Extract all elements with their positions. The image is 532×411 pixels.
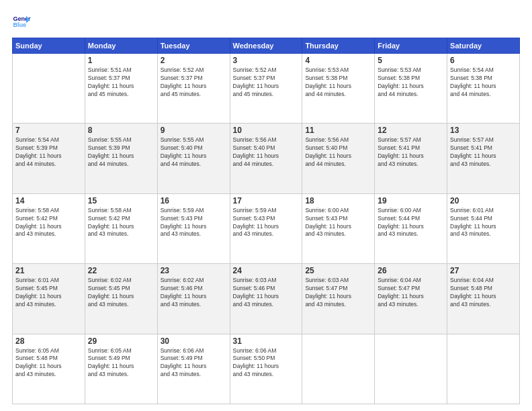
calendar-cell: 27Sunrise: 6:04 AM Sunset: 5:48 PM Dayli…	[447, 264, 520, 334]
calendar-cell: 8Sunrise: 5:55 AM Sunset: 5:39 PM Daylig…	[85, 124, 157, 193]
day-info: Sunrise: 6:05 AM Sunset: 5:48 PM Dayligh…	[15, 347, 82, 379]
calendar-cell: 18Sunrise: 6:00 AM Sunset: 5:43 PM Dayli…	[302, 193, 375, 263]
day-number: 9	[161, 126, 227, 135]
weekday-header-monday: Monday	[85, 38, 157, 54]
week-row-2: 7Sunrise: 5:54 AM Sunset: 5:39 PM Daylig…	[13, 124, 520, 193]
calendar-cell: 28Sunrise: 6:05 AM Sunset: 5:48 PM Dayli…	[13, 334, 85, 404]
calendar-cell: 9Sunrise: 5:55 AM Sunset: 5:40 PM Daylig…	[157, 124, 230, 193]
calendar-cell: 15Sunrise: 5:58 AM Sunset: 5:42 PM Dayli…	[85, 193, 157, 263]
day-info: Sunrise: 5:55 AM Sunset: 5:39 PM Dayligh…	[88, 136, 154, 169]
calendar-cell	[13, 54, 85, 124]
day-info: Sunrise: 6:06 AM Sunset: 5:49 PM Dayligh…	[161, 347, 227, 379]
day-number: 1	[88, 56, 154, 65]
calendar-cell: 13Sunrise: 5:57 AM Sunset: 5:41 PM Dayli…	[447, 124, 520, 193]
calendar-cell: 12Sunrise: 5:57 AM Sunset: 5:41 PM Dayli…	[375, 124, 447, 193]
day-info: Sunrise: 5:54 AM Sunset: 5:39 PM Dayligh…	[15, 136, 82, 169]
calendar-cell: 10Sunrise: 5:56 AM Sunset: 5:40 PM Dayli…	[230, 124, 302, 193]
calendar-cell: 20Sunrise: 6:01 AM Sunset: 5:44 PM Dayli…	[447, 193, 520, 263]
calendar-cell: 22Sunrise: 6:02 AM Sunset: 5:45 PM Dayli…	[85, 264, 157, 334]
weekday-header-tuesday: Tuesday	[157, 38, 230, 54]
weekday-header-thursday: Thursday	[302, 38, 375, 54]
day-info: Sunrise: 5:57 AM Sunset: 5:41 PM Dayligh…	[378, 136, 444, 169]
day-number: 18	[305, 196, 371, 205]
day-number: 23	[161, 266, 227, 275]
header-area: General Blue	[12, 12, 520, 31]
calendar-cell: 7Sunrise: 5:54 AM Sunset: 5:39 PM Daylig…	[13, 124, 85, 193]
day-info: Sunrise: 6:03 AM Sunset: 5:46 PM Dayligh…	[233, 277, 300, 309]
day-number: 3	[233, 56, 300, 65]
weekday-header-saturday: Saturday	[447, 38, 520, 54]
day-info: Sunrise: 6:05 AM Sunset: 5:49 PM Dayligh…	[88, 347, 154, 379]
day-info: Sunrise: 6:00 AM Sunset: 5:43 PM Dayligh…	[305, 207, 371, 239]
day-info: Sunrise: 5:56 AM Sunset: 5:40 PM Dayligh…	[233, 136, 300, 169]
calendar-cell: 29Sunrise: 6:05 AM Sunset: 5:49 PM Dayli…	[85, 334, 157, 404]
day-info: Sunrise: 6:04 AM Sunset: 5:47 PM Dayligh…	[378, 277, 444, 309]
calendar-cell	[375, 334, 447, 404]
day-number: 16	[161, 196, 227, 205]
day-info: Sunrise: 6:06 AM Sunset: 5:50 PM Dayligh…	[233, 347, 300, 379]
day-number: 15	[88, 196, 154, 205]
calendar-cell: 11Sunrise: 5:56 AM Sunset: 5:40 PM Dayli…	[302, 124, 375, 193]
day-number: 5	[378, 56, 444, 65]
logo: General Blue	[12, 12, 31, 31]
day-info: Sunrise: 5:57 AM Sunset: 5:41 PM Dayligh…	[450, 136, 517, 169]
day-number: 12	[378, 126, 444, 135]
weekday-header-sunday: Sunday	[13, 38, 85, 54]
day-number: 11	[305, 126, 371, 135]
day-number: 20	[450, 196, 517, 205]
day-info: Sunrise: 6:00 AM Sunset: 5:44 PM Dayligh…	[378, 207, 444, 239]
day-number: 6	[450, 56, 517, 65]
calendar-header: SundayMondayTuesdayWednesdayThursdayFrid…	[13, 38, 520, 54]
day-number: 27	[450, 266, 517, 275]
calendar-cell: 16Sunrise: 5:59 AM Sunset: 5:43 PM Dayli…	[157, 193, 230, 263]
day-info: Sunrise: 5:51 AM Sunset: 5:37 PM Dayligh…	[88, 66, 154, 99]
day-number: 21	[15, 266, 82, 275]
day-number: 14	[15, 196, 82, 205]
day-number: 13	[450, 126, 517, 135]
calendar-body: 1Sunrise: 5:51 AM Sunset: 5:37 PM Daylig…	[13, 54, 520, 404]
calendar-cell: 17Sunrise: 5:59 AM Sunset: 5:43 PM Dayli…	[230, 193, 302, 263]
day-number: 28	[15, 336, 82, 346]
day-number: 30	[161, 336, 227, 346]
calendar-cell: 4Sunrise: 5:53 AM Sunset: 5:38 PM Daylig…	[302, 54, 375, 124]
calendar-cell: 30Sunrise: 6:06 AM Sunset: 5:49 PM Dayli…	[157, 334, 230, 404]
day-info: Sunrise: 5:54 AM Sunset: 5:38 PM Dayligh…	[450, 66, 517, 99]
weekday-header-friday: Friday	[375, 38, 447, 54]
week-row-4: 21Sunrise: 6:01 AM Sunset: 5:45 PM Dayli…	[13, 264, 520, 334]
day-number: 4	[305, 56, 371, 65]
day-info: Sunrise: 5:58 AM Sunset: 5:42 PM Dayligh…	[88, 207, 154, 239]
calendar-cell: 19Sunrise: 6:00 AM Sunset: 5:44 PM Dayli…	[375, 193, 447, 263]
calendar-cell: 31Sunrise: 6:06 AM Sunset: 5:50 PM Dayli…	[230, 334, 302, 404]
day-number: 10	[233, 126, 300, 135]
calendar-cell: 23Sunrise: 6:02 AM Sunset: 5:46 PM Dayli…	[157, 264, 230, 334]
calendar-cell: 1Sunrise: 5:51 AM Sunset: 5:37 PM Daylig…	[85, 54, 157, 124]
calendar-cell: 26Sunrise: 6:04 AM Sunset: 5:47 PM Dayli…	[375, 264, 447, 334]
calendar-cell: 6Sunrise: 5:54 AM Sunset: 5:38 PM Daylig…	[447, 54, 520, 124]
day-info: Sunrise: 5:53 AM Sunset: 5:38 PM Dayligh…	[305, 66, 371, 99]
day-number: 17	[233, 196, 300, 205]
calendar-cell: 2Sunrise: 5:52 AM Sunset: 5:37 PM Daylig…	[157, 54, 230, 124]
svg-text:Blue: Blue	[13, 21, 26, 28]
calendar-cell: 3Sunrise: 5:52 AM Sunset: 5:37 PM Daylig…	[230, 54, 302, 124]
day-number: 7	[15, 126, 82, 135]
calendar-cell: 14Sunrise: 5:58 AM Sunset: 5:42 PM Dayli…	[13, 193, 85, 263]
day-info: Sunrise: 5:55 AM Sunset: 5:40 PM Dayligh…	[161, 136, 227, 169]
weekday-row: SundayMondayTuesdayWednesdayThursdayFrid…	[13, 38, 520, 54]
day-number: 29	[88, 336, 154, 346]
day-info: Sunrise: 6:04 AM Sunset: 5:48 PM Dayligh…	[450, 277, 517, 309]
day-info: Sunrise: 5:58 AM Sunset: 5:42 PM Dayligh…	[15, 207, 82, 239]
weekday-header-wednesday: Wednesday	[230, 38, 302, 54]
day-info: Sunrise: 5:52 AM Sunset: 5:37 PM Dayligh…	[161, 66, 227, 99]
calendar-table: SundayMondayTuesdayWednesdayThursdayFrid…	[12, 38, 520, 404]
day-info: Sunrise: 6:02 AM Sunset: 5:45 PM Dayligh…	[88, 277, 154, 309]
logo-icon: General Blue	[12, 12, 31, 31]
day-number: 8	[88, 126, 154, 135]
day-info: Sunrise: 6:01 AM Sunset: 5:44 PM Dayligh…	[450, 207, 517, 239]
calendar-cell: 24Sunrise: 6:03 AM Sunset: 5:46 PM Dayli…	[230, 264, 302, 334]
day-info: Sunrise: 5:56 AM Sunset: 5:40 PM Dayligh…	[305, 136, 371, 169]
calendar-cell: 21Sunrise: 6:01 AM Sunset: 5:45 PM Dayli…	[13, 264, 85, 334]
day-info: Sunrise: 6:03 AM Sunset: 5:47 PM Dayligh…	[305, 277, 371, 309]
calendar-cell: 25Sunrise: 6:03 AM Sunset: 5:47 PM Dayli…	[302, 264, 375, 334]
day-number: 2	[161, 56, 227, 65]
day-number: 19	[378, 196, 444, 205]
